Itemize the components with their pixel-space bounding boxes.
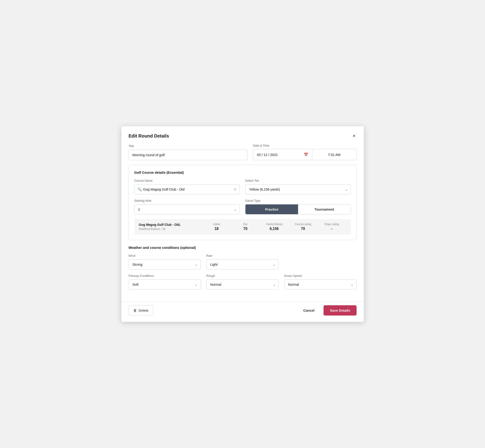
rain-label: Rain [206, 254, 279, 257]
holes-value: 18 [202, 227, 231, 231]
weather-section-title: Weather and course conditions (optional) [129, 246, 356, 249]
starting-hole-group: Starting Hole 1234 5678 910 ⌄ [134, 199, 240, 215]
footer-right: Cancel Save Details [300, 305, 356, 315]
close-button[interactable]: × [352, 133, 356, 139]
par-value: 70 [231, 227, 260, 231]
green-speed-group: Green Speed SlowNormalFastVery Fast ⌄ [284, 274, 356, 289]
modal-title: Edit Round Details [129, 133, 169, 139]
slope-rating-stat: Slope rating - [317, 223, 346, 231]
save-button[interactable]: Save Details [323, 305, 356, 315]
course-info-bar: Gog Magog Golf Club - Old, Shelford Bott… [134, 219, 351, 234]
par-stat: Par 70 [231, 223, 260, 231]
par-label: Par [231, 223, 260, 226]
conditions-row: Fairway Conditions SoftNormalFirmVery Fi… [129, 274, 356, 289]
green-speed-wrap: SlowNormalFastVery Fast ⌄ [284, 279, 356, 289]
trash-icon: 🗑 [133, 308, 137, 312]
slope-rating-value: - [317, 227, 346, 231]
holes-stat: Holes 18 [202, 223, 231, 231]
course-info-name-group: Gog Magog Golf Club - Old, Shelford Bott… [139, 223, 202, 231]
fairway-label: Fairway Conditions [129, 274, 201, 278]
weather-section: Weather and course conditions (optional)… [129, 246, 356, 289]
wind-wrap: NoneLightModerateStrong ⌄ [129, 259, 201, 270]
course-name-input[interactable] [134, 184, 240, 194]
course-name-label: Course Name [134, 179, 240, 182]
practice-toggle-button[interactable]: Practice [245, 204, 298, 214]
rough-label: Rough [206, 274, 279, 278]
fairway-group: Fairway Conditions SoftNormalFirmVery Fi… [129, 274, 201, 289]
course-tee-row: Course Name 🔍 ✕ Select Tee Yellow (6,156… [134, 179, 351, 194]
datetime-label: Date & Time [253, 144, 356, 147]
tournament-toggle-button[interactable]: Tournament [298, 204, 351, 214]
yards-value: 6,156 [260, 227, 289, 231]
course-name-group: Course Name 🔍 ✕ [134, 179, 240, 194]
course-info-name: Gog Magog Golf Club - Old, [139, 223, 202, 226]
title-input[interactable] [129, 150, 248, 160]
starting-hole-label: Starting Hole [134, 199, 240, 202]
modal-footer: 🗑 Delete Cancel Save Details [121, 301, 364, 322]
date-field[interactable]: 05 / 12 / 2021 📅 [253, 149, 312, 160]
slope-rating-label: Slope rating [317, 223, 346, 226]
yards-label: Yards(Yellow) [260, 223, 289, 226]
fairway-wrap: SoftNormalFirmVery Firm ⌄ [129, 279, 201, 289]
delete-button[interactable]: 🗑 Delete [129, 305, 153, 315]
course-rating-value: 70 [289, 227, 317, 231]
wind-dropdown[interactable]: NoneLightModerateStrong [129, 259, 201, 270]
hole-gametype-row: Starting Hole 1234 5678 910 ⌄ Game Type … [134, 199, 351, 215]
golf-course-title: Golf Course details (Essential) [134, 170, 351, 174]
starting-hole-wrap: 1234 5678 910 ⌄ [134, 204, 240, 215]
date-time-fields: 05 / 12 / 2021 📅 7:31 AM [253, 149, 356, 160]
select-tee-label: Select Tee [245, 179, 351, 182]
date-value: 05 / 12 / 2021 [257, 153, 278, 157]
wind-group: Wind NoneLightModerateStrong ⌄ [129, 254, 201, 270]
select-tee-wrap: Yellow (6,156 yards) White Red Blue ⌄ [245, 184, 351, 194]
game-type-toggle: Practice Tournament [245, 204, 351, 215]
delete-label: Delete [139, 308, 148, 312]
search-icon: 🔍 [137, 187, 142, 192]
rough-dropdown[interactable]: ShortNormalLong [206, 279, 279, 289]
select-tee-group: Select Tee Yellow (6,156 yards) White Re… [245, 179, 351, 194]
title-label: Title [129, 144, 248, 148]
game-type-group: Game Type Practice Tournament [245, 199, 351, 215]
fairway-dropdown[interactable]: SoftNormalFirmVery Firm [129, 279, 201, 289]
golf-course-section: Golf Course details (Essential) Course N… [129, 165, 356, 240]
calendar-icon: 📅 [304, 152, 308, 157]
course-rating-label: Course rating [289, 223, 317, 226]
rain-group: Rain NoneLightModerateHeavy ⌄ [206, 254, 279, 270]
rain-wrap: NoneLightModerateHeavy ⌄ [206, 259, 279, 270]
time-field[interactable]: 7:31 AM [312, 149, 356, 160]
holes-label: Holes [202, 223, 231, 226]
green-speed-label: Green Speed [284, 274, 356, 278]
edit-round-modal: Edit Round Details × Title Date & Time 0… [121, 126, 364, 322]
green-speed-dropdown[interactable]: SlowNormalFastVery Fast [284, 279, 356, 289]
rough-group: Rough ShortNormalLong ⌄ [206, 274, 279, 289]
starting-hole-dropdown[interactable]: 1234 5678 910 [134, 204, 240, 215]
wind-rain-row: Wind NoneLightModerateStrong ⌄ Rain None… [129, 254, 356, 270]
title-datetime-row: Title Date & Time 05 / 12 / 2021 📅 7:31 … [129, 144, 356, 160]
title-group: Title [129, 144, 248, 160]
rough-wrap: ShortNormalLong ⌄ [206, 279, 279, 289]
game-type-label: Game Type [245, 199, 351, 202]
yards-stat: Yards(Yellow) 6,156 [260, 223, 289, 231]
datetime-group: Date & Time 05 / 12 / 2021 📅 7:31 AM [253, 144, 356, 160]
modal-body: Title Date & Time 05 / 12 / 2021 📅 7:31 … [121, 144, 364, 300]
course-rating-stat: Course rating 70 [289, 223, 317, 231]
course-info-location: Shelford Bottom, UK [139, 227, 202, 231]
select-tee-dropdown[interactable]: Yellow (6,156 yards) White Red Blue [245, 184, 351, 194]
course-search-wrap: 🔍 ✕ [134, 184, 240, 194]
wind-label: Wind [129, 254, 201, 257]
time-value: 7:31 AM [328, 153, 340, 157]
clear-icon[interactable]: ✕ [234, 188, 237, 191]
rain-dropdown[interactable]: NoneLightModerateHeavy [206, 259, 279, 270]
cancel-button[interactable]: Cancel [300, 306, 318, 315]
modal-header: Edit Round Details × [121, 126, 364, 144]
